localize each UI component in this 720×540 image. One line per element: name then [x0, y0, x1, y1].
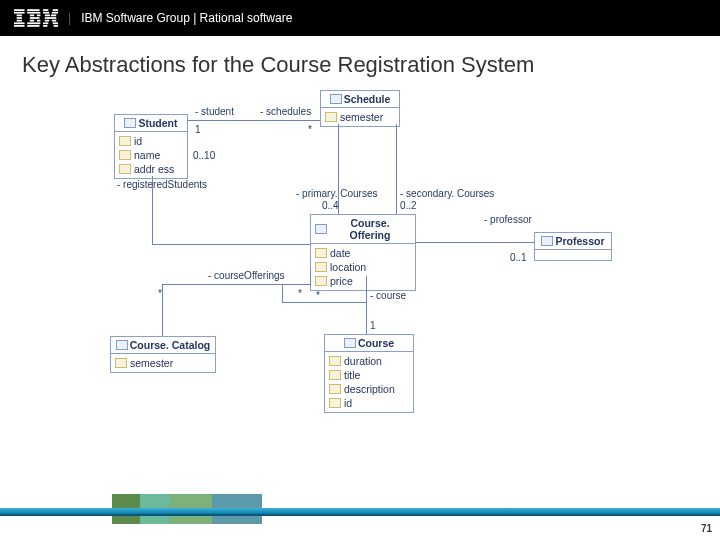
attr-label: semester	[340, 110, 383, 124]
attr-label: addr ess	[134, 162, 174, 176]
attr-icon	[329, 356, 341, 366]
svg-rect-18	[43, 12, 49, 14]
mult-label: 0..1	[510, 252, 527, 263]
mult-label: *	[308, 124, 312, 135]
assoc-line	[415, 242, 534, 243]
attr-icon	[315, 248, 327, 258]
assoc-line	[162, 284, 163, 336]
assoc-line	[152, 244, 310, 245]
attr-label: duration	[344, 354, 382, 368]
assoc-line	[187, 120, 320, 121]
class-name: Course. Offering	[329, 217, 411, 241]
svg-rect-4	[17, 20, 22, 22]
class-schedule: Schedule semester	[320, 90, 400, 127]
uml-diagram: Schedule semester Student id name addr e…	[0, 84, 720, 444]
class-course-offering: Course. Offering date location price	[310, 214, 416, 291]
svg-rect-23	[45, 20, 49, 22]
mult-label: 0..4	[322, 200, 339, 211]
svg-rect-10	[37, 14, 41, 16]
role-label: - primary. Courses	[296, 188, 378, 199]
svg-rect-15	[27, 25, 39, 27]
svg-rect-27	[43, 25, 47, 27]
class-name: Student	[138, 117, 177, 129]
attr-label: date	[330, 246, 350, 260]
assoc-line	[282, 284, 283, 302]
attr-label: semester	[130, 356, 173, 370]
class-icon	[315, 224, 327, 234]
attr-icon	[315, 276, 327, 286]
assoc-line	[366, 276, 367, 334]
attr-label: location	[330, 260, 366, 274]
svg-rect-19	[52, 12, 58, 14]
svg-rect-3	[17, 17, 22, 19]
class-icon	[330, 94, 342, 104]
slide-title: Key Abstractions for the Course Registra…	[0, 36, 720, 78]
attr-label: name	[134, 148, 160, 162]
class-icon	[541, 236, 553, 246]
mult-label: *	[316, 290, 320, 301]
class-icon	[344, 338, 356, 348]
role-label: - course	[370, 290, 406, 301]
footer-bar	[0, 514, 720, 516]
svg-rect-24	[52, 20, 56, 22]
class-course: Course duration title description id	[324, 334, 414, 413]
svg-rect-5	[14, 22, 25, 24]
svg-rect-28	[54, 25, 58, 27]
svg-rect-17	[53, 9, 58, 11]
page-number: 71	[701, 523, 712, 534]
svg-rect-22	[45, 17, 56, 19]
svg-rect-20	[45, 14, 50, 16]
header-separator: |	[68, 11, 71, 25]
svg-rect-8	[27, 12, 40, 14]
class-icon	[124, 118, 136, 128]
svg-rect-21	[51, 14, 56, 16]
svg-rect-14	[27, 22, 40, 24]
header-breadcrumb: IBM Software Group | Rational software	[81, 11, 292, 25]
attr-label: description	[344, 382, 395, 396]
svg-rect-11	[30, 17, 40, 19]
svg-rect-26	[53, 22, 58, 24]
class-name: Professor	[555, 235, 604, 247]
svg-rect-16	[43, 9, 48, 11]
svg-rect-2	[17, 14, 22, 16]
class-icon	[116, 340, 128, 350]
attr-label: id	[134, 134, 142, 148]
attr-icon	[315, 262, 327, 272]
class-student: Student id name addr ess	[114, 114, 188, 179]
attr-label: price	[330, 274, 353, 288]
ibm-logo	[14, 9, 58, 27]
assoc-line	[162, 284, 310, 285]
attr-icon	[119, 150, 131, 160]
svg-rect-1	[14, 12, 25, 14]
svg-rect-13	[37, 20, 41, 22]
svg-rect-7	[27, 9, 39, 11]
mult-label: 0..2	[400, 200, 417, 211]
mult-label: 1	[370, 320, 376, 331]
class-name: Course	[358, 337, 394, 349]
attr-label: title	[344, 368, 360, 382]
attr-icon	[329, 384, 341, 394]
role-label: - professor	[484, 214, 532, 225]
class-name: Course. Catalog	[130, 339, 211, 351]
mult-label: *	[298, 288, 302, 299]
svg-rect-6	[14, 25, 25, 27]
assoc-line	[310, 270, 311, 285]
attr-icon	[119, 164, 131, 174]
class-professor: Professor	[534, 232, 612, 261]
attr-icon	[329, 370, 341, 380]
attr-icon	[325, 112, 337, 122]
attr-label: id	[344, 396, 352, 410]
class-name: Schedule	[344, 93, 391, 105]
role-label: - courseOfferings	[208, 270, 285, 281]
role-label: - schedules	[260, 106, 311, 117]
mult-label: *	[158, 288, 162, 299]
role-label: - student	[195, 106, 234, 117]
assoc-line	[282, 302, 366, 303]
class-course-catalog: Course. Catalog semester	[110, 336, 216, 373]
attr-icon	[115, 358, 127, 368]
svg-rect-9	[30, 14, 34, 16]
assoc-line	[396, 124, 397, 214]
svg-rect-25	[43, 22, 48, 24]
attr-icon	[329, 398, 341, 408]
role-label: - secondary. Courses	[400, 188, 494, 199]
